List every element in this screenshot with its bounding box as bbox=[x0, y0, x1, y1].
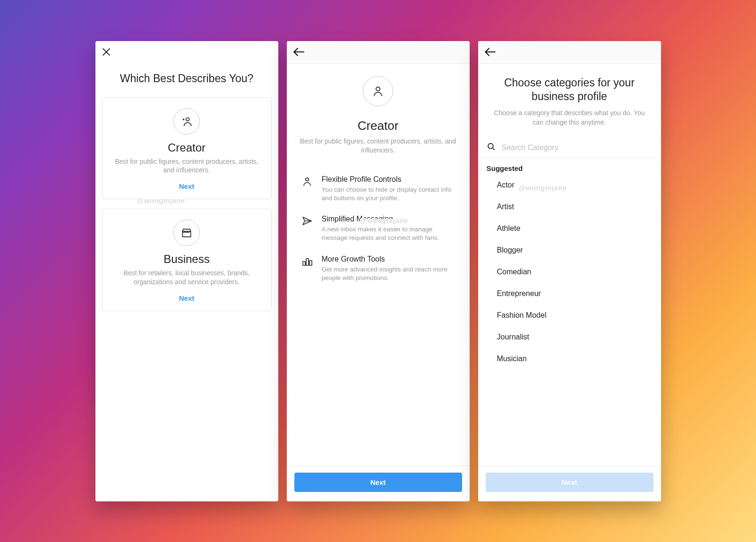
search-icon bbox=[487, 142, 496, 153]
svg-point-2 bbox=[186, 118, 189, 121]
svg-point-5 bbox=[305, 178, 308, 180]
next-button[interactable]: Next bbox=[294, 473, 462, 492]
page-subtitle: Best for public figures, content produce… bbox=[298, 137, 458, 155]
category-item[interactable]: Fashion Model bbox=[478, 305, 661, 326]
svg-point-11 bbox=[488, 144, 493, 149]
search-input[interactable] bbox=[502, 144, 653, 152]
creator-star-person-icon bbox=[173, 108, 200, 135]
feature-title: Simplified Messaging bbox=[322, 215, 456, 223]
category-item[interactable]: Actor bbox=[478, 174, 661, 196]
feature-row: More Growth Tools Get more advanced insi… bbox=[296, 250, 460, 290]
topbar bbox=[287, 41, 470, 64]
card-description: Best for retailers, local businesses, br… bbox=[111, 269, 263, 287]
category-item[interactable]: Entrepreneur bbox=[478, 283, 661, 305]
person-icon bbox=[300, 175, 314, 203]
card-title: Business bbox=[111, 253, 263, 266]
bottom-bar: Next bbox=[287, 466, 470, 501]
category-item[interactable]: Athlete bbox=[478, 218, 661, 239]
storefront-icon bbox=[173, 220, 200, 246]
bar-chart-icon bbox=[300, 255, 314, 282]
feature-title: More Growth Tools bbox=[322, 255, 456, 263]
svg-rect-9 bbox=[309, 261, 312, 265]
person-icon bbox=[363, 76, 393, 106]
feature-list: Flexible Profile Controls You can choose… bbox=[287, 164, 470, 296]
page-title: Choose categories for your business prof… bbox=[490, 76, 650, 104]
category-item[interactable]: Artist bbox=[478, 196, 661, 218]
feature-row: Simplified Messaging A new inbox makes i… bbox=[296, 210, 460, 250]
type-card-creator[interactable]: Creator Best for public figures, content… bbox=[102, 97, 272, 200]
page-heading: Creator bbox=[298, 119, 458, 133]
close-icon[interactable] bbox=[101, 47, 112, 57]
card-description: Best for public figures, content produce… bbox=[111, 157, 263, 175]
category-item[interactable]: Comedian bbox=[478, 261, 661, 283]
svg-line-12 bbox=[492, 148, 494, 150]
page-title: Which Best Describes You? bbox=[95, 61, 278, 97]
back-arrow-icon[interactable] bbox=[292, 47, 305, 57]
svg-rect-8 bbox=[306, 259, 309, 265]
next-link[interactable]: Next bbox=[179, 291, 195, 303]
search-row[interactable] bbox=[478, 138, 661, 158]
feature-desc: You can choose to hide or display contac… bbox=[322, 186, 456, 203]
feature-desc: A new inbox makes it easier to manage me… bbox=[322, 225, 456, 242]
category-list: Actor Artist Athlete Blogger Comedian En… bbox=[478, 174, 661, 370]
card-title: Creator bbox=[111, 141, 263, 154]
category-item[interactable]: Musician bbox=[478, 348, 661, 370]
back-arrow-icon[interactable] bbox=[484, 47, 496, 57]
type-card-business[interactable]: Business Best for retailers, local busin… bbox=[102, 209, 272, 311]
screen-creator-detail: Creator Best for public figures, content… bbox=[287, 41, 470, 501]
category-item[interactable]: Blogger bbox=[478, 239, 661, 261]
suggested-label: Suggested bbox=[478, 161, 661, 174]
screen-choose-type: Which Best Describes You? Creator Best f… bbox=[95, 41, 278, 501]
feature-desc: Get more advanced insights and reach mor… bbox=[322, 265, 456, 282]
screen-choose-category: Choose categories for your business prof… bbox=[478, 41, 661, 501]
category-item[interactable]: Journalist bbox=[478, 326, 661, 348]
next-link[interactable]: Next bbox=[179, 179, 195, 191]
feature-title: Flexible Profile Controls bbox=[322, 175, 456, 184]
page-subtitle: Choose a category that describes what yo… bbox=[490, 109, 650, 127]
topbar bbox=[478, 41, 661, 64]
send-icon bbox=[300, 215, 314, 242]
topbar bbox=[95, 41, 278, 61]
bottom-bar: Next bbox=[478, 466, 661, 501]
svg-rect-7 bbox=[303, 262, 305, 265]
next-button[interactable]: Next bbox=[486, 473, 653, 492]
feature-row: Flexible Profile Controls You can choose… bbox=[296, 170, 460, 210]
svg-point-4 bbox=[376, 87, 380, 91]
